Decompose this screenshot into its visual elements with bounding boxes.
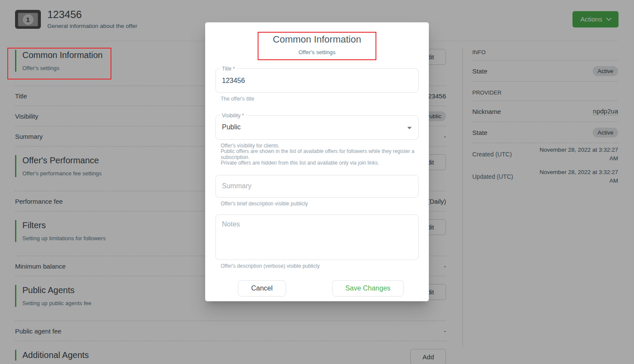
save-changes-button[interactable]: Save Changes: [332, 280, 404, 297]
visibility-helper-line: Private offers are hidden from this list…: [221, 160, 419, 166]
notes-textarea[interactable]: [216, 215, 418, 260]
modal-subtitle: Offer's settings: [215, 49, 419, 55]
common-information-modal: Common Information Offer's settings Titl…: [205, 22, 429, 301]
title-field-label: Title *: [220, 66, 237, 72]
notes-helper-text: Offer's description (verbose) visible pu…: [221, 263, 419, 269]
title-field: Title *: [215, 68, 419, 93]
modal-actions: Cancel Save Changes: [215, 280, 419, 297]
notes-field: [215, 214, 419, 260]
visibility-helper-line: Offer's visibility for clients.: [221, 143, 419, 149]
cancel-button[interactable]: Cancel: [238, 280, 286, 297]
title-input[interactable]: [216, 69, 418, 92]
visibility-helper-line: Public offers are shown in the list of a…: [221, 149, 419, 160]
visibility-select[interactable]: Public: [216, 116, 418, 139]
visibility-field: Visibility * Public: [215, 115, 419, 140]
visibility-field-label: Visibility *: [220, 113, 246, 119]
title-helper-text: The offer's title: [221, 96, 419, 102]
summary-field: [215, 175, 419, 198]
summary-input[interactable]: [216, 175, 418, 197]
modal-title: Common Information: [215, 34, 419, 45]
visibility-helper-text: Offer's visibility for clients. Public o…: [221, 143, 419, 166]
select-caret-icon: [407, 127, 412, 129]
summary-helper-text: Offer's brief description visible public…: [221, 201, 419, 207]
